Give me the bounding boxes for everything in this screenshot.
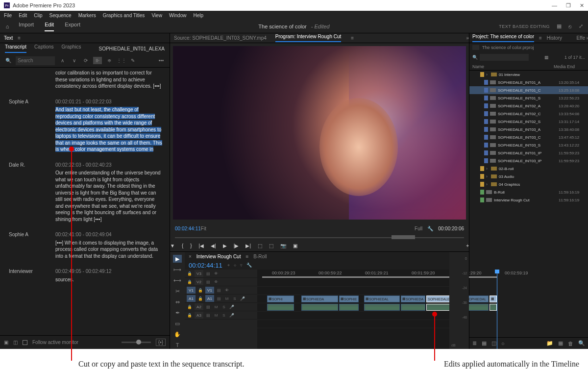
effects-tab-overflow[interactable]: Effe — [576, 35, 585, 41]
menu-clip[interactable]: Clip — [34, 13, 42, 18]
timeline-clip[interactable]: ▦ SOPHI — [267, 296, 294, 302]
timeline-audio-clip[interactable] — [301, 304, 338, 311]
slip-tool[interactable]: ⇔ — [173, 298, 182, 306]
extract-icon[interactable]: ⬚ — [269, 243, 273, 248]
timeline-audio-clip[interactable] — [267, 304, 294, 311]
more-options-icon[interactable]: ••• — [157, 58, 166, 63]
project-item[interactable]: SOPHIEDALE_INT03_C13:47:45:12 — [469, 133, 588, 141]
program-menu-icon[interactable]: ≡ — [351, 35, 354, 41]
project-item[interactable]: SOPHIEDALE_INT03_A13:38:40:08 — [469, 125, 588, 133]
zoom-out-icon[interactable]: ○ — [501, 341, 505, 346]
snap-icon[interactable]: ⌖ — [227, 263, 230, 268]
selection-tool[interactable]: ▶ — [173, 255, 182, 263]
mode-export[interactable]: Export — [65, 22, 80, 31]
refresh-icon[interactable]: ⟳ — [81, 58, 90, 63]
play-button[interactable]: ▶ — [223, 243, 227, 248]
program-monitor-tab[interactable]: Program: Interview Rough Cut — [275, 34, 342, 42]
text-panel-tab[interactable]: Text — [4, 35, 13, 41]
timeline-audio-clip[interactable] — [401, 304, 425, 311]
zoom-slider[interactable] — [122, 342, 151, 343]
graphics-tab[interactable]: Graphics — [62, 44, 81, 53]
menu-window[interactable]: Window — [169, 13, 187, 18]
history-tab[interactable]: History — [547, 35, 562, 41]
project-tab[interactable]: Project: The science of color — [472, 34, 534, 42]
menu-file[interactable]: File — [4, 13, 12, 18]
track-a3-label[interactable]: A3 — [195, 312, 203, 319]
home-button[interactable]: ⌂ — [0, 24, 15, 29]
column-name[interactable]: Name — [472, 64, 554, 69]
step-back-icon[interactable]: ◀| — [211, 243, 216, 248]
project-item[interactable]: SOPHIEDALE_INT02_C13:33:54:08 — [469, 110, 588, 118]
mode-edit[interactable]: Edit — [45, 22, 54, 31]
overflow-icon[interactable]: » — [586, 35, 588, 41]
transcript-search-input[interactable] — [16, 56, 55, 65]
prev-result-icon[interactable]: ∧ — [58, 58, 67, 63]
new-item-icon[interactable]: ▦ — [558, 340, 563, 346]
layout-icon[interactable]: ◫ — [13, 340, 18, 345]
track-a1-label[interactable]: A1 — [205, 295, 214, 302]
marker-icon[interactable]: ▿ — [240, 263, 243, 268]
project-item[interactable]: SOPHIEDALE_INT01_A13:20:35:14 — [469, 78, 588, 86]
icon-view-icon[interactable]: ▦ — [482, 340, 487, 346]
next-result-icon[interactable]: ∨ — [70, 58, 78, 63]
project-menu-icon[interactable]: ≡ — [539, 35, 542, 41]
timeline-body[interactable]: 00:00:29:23 00:00:59:22 00:01:29:21 00:0… — [257, 270, 449, 349]
menu-edit[interactable]: Edit — [19, 13, 27, 18]
project-search-input[interactable] — [480, 54, 529, 61]
project-item[interactable]: ›03 Audio — [469, 173, 588, 180]
timeline-menu-icon[interactable]: ≡ — [245, 254, 248, 259]
add-marker-icon[interactable]: ▼ — [170, 243, 175, 248]
comparison-icon[interactable]: ▣ — [293, 243, 297, 248]
fullscreen-icon[interactable]: ⤢ — [579, 23, 583, 29]
mark-in-icon[interactable]: { — [182, 243, 183, 248]
mode-import[interactable]: Import — [19, 22, 34, 31]
freeform-view-icon[interactable]: ◫ — [491, 340, 496, 346]
timeline-clip-selected[interactable]: ▦ — [490, 296, 497, 302]
delete-icon[interactable]: 🗑 — [568, 341, 573, 346]
search-icon[interactable]: 🔍 — [4, 58, 13, 63]
filter-icon[interactable]: ≑ — [105, 58, 114, 63]
menu-view[interactable]: View — [151, 13, 162, 18]
export-frame-icon[interactable]: 📷 — [280, 243, 286, 248]
transcript-text-highlighted[interactable]: And last but not least, the challenge of… — [55, 107, 162, 152]
captions-tab[interactable]: Captions — [34, 44, 53, 53]
program-timecode-left[interactable]: 00:02:44:11 — [175, 226, 201, 231]
settings-icon[interactable]: 🔧 — [427, 226, 433, 231]
full-dropdown[interactable]: Full — [415, 226, 422, 231]
source-monitor-label[interactable]: Source: SOPHIEDALE_INT03_SONY.mp4 — [174, 35, 267, 41]
merge-icon[interactable]: ⋮⋮ — [117, 58, 125, 63]
track-v1-label[interactable]: V1 — [205, 287, 214, 294]
timeline-audio-clip-selected[interactable] — [490, 304, 497, 311]
hand-tool[interactable]: ✋ — [173, 330, 182, 338]
track-a1-source[interactable]: A1 — [187, 295, 196, 302]
project-item[interactable]: SOPHIEDALE_INT01_S13:22:56:23 — [469, 94, 588, 102]
timeline-audio-clip[interactable] — [364, 304, 400, 311]
close-sequence-icon[interactable]: × — [189, 254, 192, 259]
project-item[interactable]: ›01 Interview — [469, 71, 588, 78]
new-bin-icon[interactable]: 📁 — [546, 340, 553, 346]
filter-pauses-icon[interactable]: ⊪ — [93, 57, 102, 64]
track-select-tool[interactable]: ⟼ — [173, 266, 182, 273]
project-item[interactable]: Interview Rough Cut11:59:16:19 — [469, 196, 588, 204]
go-to-in-icon[interactable]: |◀ — [199, 243, 204, 248]
timeline-tab-active[interactable]: Interview Rough Cut — [196, 254, 241, 259]
type-tool[interactable]: T — [173, 341, 182, 349]
project-item[interactable]: SOPHIEDALE_INT01_C13:25:18:08 — [469, 86, 588, 94]
timeline-tab[interactable]: B-Roll — [253, 254, 267, 259]
close-button[interactable]: ✕ — [580, 2, 584, 9]
project-item[interactable]: B-Roll11:59:16:19 — [469, 188, 588, 196]
list-view-icon[interactable]: ≣ — [472, 340, 477, 346]
timeline-timecode[interactable]: 00:02:44:11 — [189, 262, 222, 269]
timeline-audio-clip[interactable] — [339, 304, 359, 311]
transcript-tab[interactable]: Transcript — [5, 44, 26, 53]
project-item[interactable]: SOPHIEDALE_INT03_S13:43:12:22 — [469, 141, 588, 149]
menu-graphics[interactable]: Graphics and Titles — [103, 13, 145, 18]
track-a2-label[interactable]: A2 — [195, 303, 203, 310]
pen-tool[interactable]: ✒ — [173, 309, 182, 317]
project-item[interactable]: SOPHIEDALE_INT03_IP11:59:59:23 — [469, 157, 588, 165]
timeline-clip[interactable]: ▦ SOPHIEDAL — [364, 296, 400, 302]
lift-icon[interactable]: ⬚ — [258, 243, 262, 248]
program-monitor-viewer[interactable] — [173, 46, 466, 220]
minimize-button[interactable]: — — [552, 2, 557, 9]
find-icon[interactable]: 🔍 — [578, 340, 585, 346]
